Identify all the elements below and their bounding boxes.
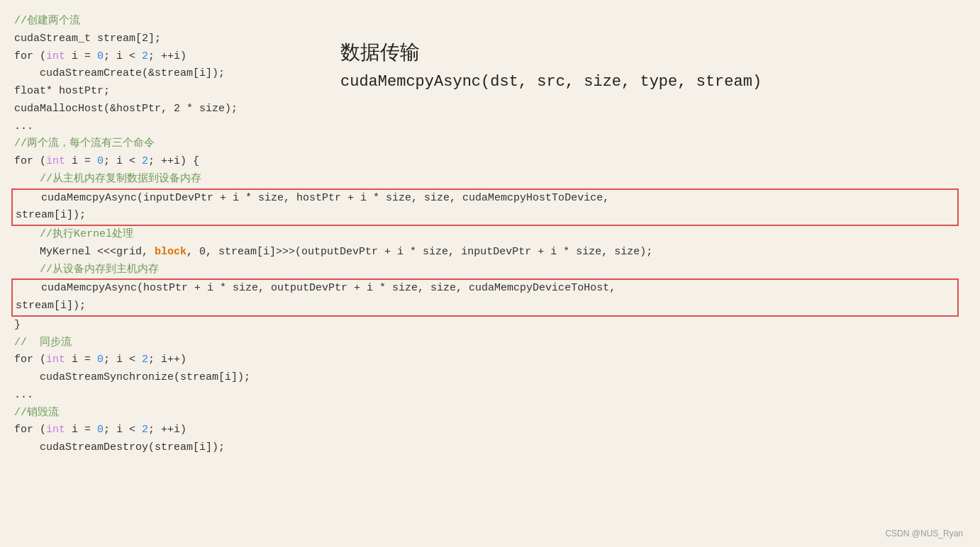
- code-line: stream[i]);: [16, 298, 954, 315]
- code-line: cudaStreamDestroy(stream[i]);: [14, 439, 959, 457]
- code-line: for (int i = 0; i < 2; ++i): [14, 48, 959, 66]
- code-line: cudaStreamCreate(&stream[i]);: [14, 65, 959, 83]
- code-line: //两个流，每个流有三个命令: [14, 135, 959, 153]
- code-line: //执行Kernel处理: [14, 226, 959, 244]
- code-line: }: [14, 317, 959, 334]
- page-container: 数据传输 cudaMemcpyAsync(dst, src, size, typ…: [0, 0, 980, 547]
- code-line: //从主机内存复制数据到设备内存: [14, 171, 959, 188]
- code-line: // 同步流: [14, 334, 959, 352]
- code-line: //从设备内存到主机内存: [14, 261, 959, 279]
- code-line: for (int i = 0; i < 2; ++i) {: [14, 153, 959, 171]
- code-line: //销毁流: [14, 405, 959, 422]
- code-line: ...: [14, 387, 959, 405]
- highlight-box-1: cudaMemcpyAsync(inputDevPtr + i * size, …: [11, 188, 959, 227]
- code-line: cudaMallocHost(&hostPtr, 2 * size);: [14, 101, 959, 118]
- code-line: //创建两个流: [14, 13, 959, 30]
- code-line: cudaStreamSynchronize(stream[i]);: [14, 369, 959, 387]
- code-line: float* hostPtr;: [14, 83, 959, 101]
- code-block: //创建两个流 cudaStream_t stream[2]; for (int…: [14, 13, 959, 457]
- code-line: for (int i = 0; i < 2; ++i): [14, 422, 959, 439]
- code-line: stream[i]);: [16, 207, 954, 225]
- footer: CSDN @NUS_Ryan: [885, 529, 963, 538]
- code-line: cudaStream_t stream[2];: [14, 30, 959, 48]
- code-line: MyKernel <<<grid, block, 0, stream[i]>>>…: [14, 244, 959, 261]
- code-line: ...: [14, 118, 959, 136]
- code-line: cudaMemcpyAsync(inputDevPtr + i * size, …: [16, 190, 954, 208]
- code-line: cudaMemcpyAsync(hostPtr + i * size, outp…: [16, 280, 954, 298]
- code-line: for (int i = 0; i < 2; i++): [14, 351, 959, 369]
- highlight-box-2: cudaMemcpyAsync(hostPtr + i * size, outp…: [11, 278, 959, 317]
